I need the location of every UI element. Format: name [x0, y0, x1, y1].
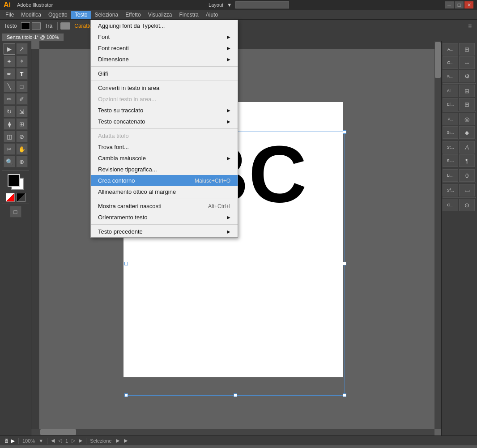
hand-tool[interactable]: ✋: [16, 143, 28, 155]
menu-file[interactable]: File: [2, 11, 17, 19]
right-btn-Li[interactable]: Li...: [443, 169, 458, 182]
menu-effetto[interactable]: Effetto: [122, 11, 144, 19]
right-btn-grid2[interactable]: ⊞: [459, 85, 475, 97]
canvas-inner[interactable]: ABC: [31, 41, 434, 429]
handle-mid-left[interactable]: [124, 262, 128, 265]
toolbar-globe-icon[interactable]: [60, 22, 70, 30]
normal-mode-btn[interactable]: □: [10, 206, 21, 218]
pen-tool[interactable]: ✒: [4, 68, 15, 80]
blend-tool[interactable]: ⧫: [4, 118, 15, 130]
brush-tool[interactable]: ✏: [4, 93, 15, 105]
toolbar-arrow-btn[interactable]: [32, 22, 41, 30]
swap-colors-btn[interactable]: [6, 193, 15, 202]
rotate-tool[interactable]: ↻: [4, 106, 15, 117]
toolbar-color-box[interactable]: [21, 22, 30, 30]
toolbar-paragraph[interactable]: Paragrafo:: [101, 22, 130, 30]
right-btn-wheel[interactable]: ⊙: [459, 199, 475, 211]
nav-next2[interactable]: ▶: [79, 438, 82, 444]
right-btn-St2[interactable]: St...: [443, 154, 458, 167]
right-btn-circle[interactable]: ◎: [459, 113, 475, 125]
right-btn-C[interactable]: C...: [443, 199, 458, 211]
mesh-tool[interactable]: ⊞: [16, 118, 28, 130]
scroll-thumb-v[interactable]: [435, 42, 441, 78]
menu-oggetto[interactable]: Oggetto: [45, 11, 71, 19]
line-tool[interactable]: ╲: [4, 81, 15, 92]
right-btn-G2[interactable]: ↔: [459, 56, 475, 69]
handle-bottom-right[interactable]: [343, 393, 346, 397]
mode-arrow[interactable]: ▶: [116, 438, 119, 444]
scroll-horizontal[interactable]: [31, 429, 434, 435]
tool-row-5: ✏ ✐: [4, 93, 28, 105]
pencil-tool[interactable]: ✐: [16, 93, 28, 105]
scale-tool[interactable]: ⇲: [16, 106, 28, 117]
panel-toggle-icon[interactable]: ≡: [468, 22, 475, 30]
right-btn-A2[interactable]: A: [459, 141, 475, 154]
window-controls[interactable]: ─ □ ✕: [445, 1, 473, 9]
align-justify-icon[interactable]: [158, 22, 166, 30]
right-btn-Si[interactable]: Si...: [443, 126, 458, 139]
right-btn-P[interactable]: P...: [443, 113, 458, 125]
lasso-tool[interactable]: ⌖: [16, 55, 28, 67]
right-btn-El2[interactable]: ⊞: [459, 98, 475, 111]
scroll-thumb-h[interactable]: [40, 429, 76, 435]
foreground-color-box[interactable]: [8, 174, 20, 187]
title-text: Adobe Illustrator: [17, 2, 53, 8]
zoom-arrow[interactable]: ▼: [38, 438, 43, 444]
align-left-icon[interactable]: [132, 22, 140, 30]
canvas-tab[interactable]: Senza titolo-1* @ 100%: [2, 33, 64, 41]
right-btn-rect[interactable]: ▭: [459, 184, 475, 196]
canvas-text-abc[interactable]: ABC: [132, 134, 307, 214]
nav-prev[interactable]: ◀: [51, 438, 55, 444]
select-tool[interactable]: ▶: [4, 43, 15, 55]
right-btn-gear[interactable]: ⚙: [459, 70, 475, 82]
direct-select-tool[interactable]: ↗: [16, 43, 28, 55]
maximize-button[interactable]: □: [455, 1, 464, 9]
close-button[interactable]: ✕: [464, 1, 473, 9]
mode-arrow2[interactable]: ▶: [124, 438, 128, 444]
right-btn-Al[interactable]: Al...: [443, 85, 458, 97]
menu-testo[interactable]: Testo: [71, 11, 91, 19]
text-tool[interactable]: T: [16, 68, 28, 80]
shape-tool[interactable]: □: [16, 81, 28, 92]
scissors-tool[interactable]: ✂: [4, 143, 15, 155]
scroll-vertical[interactable]: [434, 41, 441, 429]
right-btn-grid[interactable]: ⊞: [459, 43, 475, 55]
more-options-icon[interactable]: [167, 22, 177, 30]
right-btn-St1[interactable]: St...: [443, 141, 458, 154]
zoom-tool[interactable]: 🔍: [4, 156, 15, 167]
menu-modifica[interactable]: Modifica: [17, 11, 45, 19]
nav-next[interactable]: ▷: [72, 438, 75, 444]
minimize-button[interactable]: ─: [445, 1, 454, 9]
eyedropper-tool[interactable]: ⊘: [16, 131, 28, 142]
align-right-icon[interactable]: [149, 22, 157, 30]
right-btn-zero[interactable]: 0: [459, 169, 475, 182]
menu-aiuto[interactable]: Aiuto: [202, 11, 221, 19]
gradient-tool[interactable]: ◫: [4, 131, 15, 142]
handle-top-left[interactable]: [124, 130, 128, 134]
magic-wand-tool[interactable]: ✦: [4, 55, 15, 67]
default-colors-btn[interactable]: [17, 193, 26, 202]
menu-seleziona[interactable]: Seleziona: [91, 11, 122, 19]
menu-visualizza[interactable]: Visualizza: [145, 11, 176, 19]
right-btn-para[interactable]: ¶: [459, 154, 475, 167]
right-btn-club[interactable]: ♣: [459, 126, 475, 139]
right-btn-A[interactable]: A...: [443, 43, 458, 55]
tool-row-4: ╲ □: [4, 81, 28, 92]
right-btn-Sf[interactable]: Sf...: [443, 184, 458, 196]
menu-finestra[interactable]: Finestra: [175, 11, 202, 19]
handle-top-right[interactable]: [343, 130, 346, 134]
right-btn-El[interactable]: El...: [443, 98, 458, 111]
toolbar-trasforma[interactable]: Trasforma: [201, 22, 230, 30]
artboard[interactable]: ABC: [124, 102, 343, 377]
toolbar-character[interactable]: Carattere: [72, 22, 99, 30]
extra-tool[interactable]: ⊕: [16, 156, 28, 167]
toolbar-allinea[interactable]: Allinea: [179, 22, 200, 30]
right-btn-G[interactable]: G...: [443, 56, 458, 69]
handle-mid-right[interactable]: [343, 262, 346, 265]
handle-bottom-center[interactable]: [234, 393, 237, 397]
nav-prev2[interactable]: ◁: [58, 438, 62, 444]
right-btn-K[interactable]: K...: [443, 70, 458, 82]
color-stack: [8, 174, 24, 190]
handle-bottom-left[interactable]: [124, 393, 128, 397]
align-center-icon[interactable]: [141, 22, 149, 30]
